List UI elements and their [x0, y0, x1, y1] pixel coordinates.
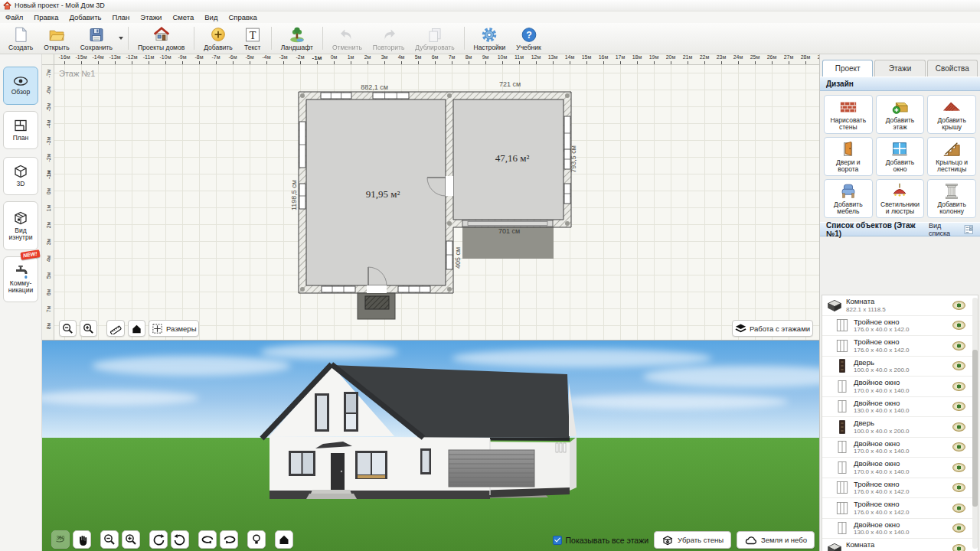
- list-item[interactable]: Тройное окно 176.0 x 40.0 x 142.0: [822, 316, 978, 337]
- visibility-eye-icon[interactable]: [952, 483, 965, 492]
- list-item[interactable]: Тройное окно 176.0 x 40.0 x 142.0: [822, 336, 978, 357]
- add-column-button[interactable]: Добавить колонну: [927, 179, 976, 218]
- orbit-left-button[interactable]: [198, 530, 217, 549]
- landscape-button[interactable]: Ландшафт: [276, 24, 318, 53]
- column-icon: [942, 182, 962, 201]
- visibility-eye-icon[interactable]: [952, 463, 965, 472]
- list-item[interactable]: Двойное окно 130.0 x 40.0 x 140.0: [822, 519, 978, 540]
- sidebar-item-overview[interactable]: Обзор: [3, 67, 38, 105]
- menu-plan[interactable]: План: [106, 11, 135, 23]
- ruler-label: 4м: [393, 54, 410, 64]
- menu-file[interactable]: Файл: [0, 11, 28, 23]
- ruler-label: -5м: [42, 102, 54, 113]
- menu-help[interactable]: Справка: [223, 11, 262, 23]
- garage-door-plan[interactable]: [462, 220, 553, 227]
- menu-estimate[interactable]: Смета: [167, 11, 199, 23]
- list-item[interactable]: Тройное окно 176.0 x 40.0 x 142.0: [822, 478, 978, 499]
- lighting-button[interactable]: [247, 530, 266, 549]
- lights-and-chandeliers-button[interactable]: Светильники и люстры: [876, 179, 925, 218]
- open-button[interactable]: Открыть: [38, 24, 74, 53]
- checkbox-checked-icon[interactable]: [553, 536, 562, 545]
- draw-walls-button[interactable]: Нарисовать стены: [824, 95, 873, 134]
- show-all-floors-checkbox[interactable]: Показывать все этажи: [553, 536, 649, 545]
- new-document-icon: [11, 26, 30, 44]
- house-model[interactable]: [262, 364, 577, 499]
- list-item[interactable]: Комната 822.1 x 1118.5: [822, 295, 978, 316]
- tilt-up-button[interactable]: [149, 530, 168, 549]
- list-item[interactable]: Дверь 100.0 x 40.0 x 200.0: [822, 357, 978, 377]
- viewer-zoom-out-button[interactable]: [100, 530, 119, 549]
- sidebar-item-communications[interactable]: NEW! Комму- никации: [3, 256, 38, 302]
- doors-and-gates-button[interactable]: Двери и ворота: [824, 137, 873, 176]
- viewer-zoom-in-button[interactable]: [122, 530, 140, 549]
- tab-floors[interactable]: Этажи: [874, 60, 925, 77]
- ground-and-sky-button[interactable]: Земля и небо: [737, 531, 815, 549]
- tab-project[interactable]: Проект: [822, 60, 873, 77]
- add-floor-button[interactable]: Добавить этаж: [876, 95, 925, 134]
- work-with-floors-button[interactable]: Работа с этажами: [732, 320, 813, 337]
- visibility-eye-icon[interactable]: [952, 422, 965, 432]
- list-item[interactable]: Дверь 100.0 x 40.0 x 200.0: [822, 417, 978, 438]
- visibility-eye-icon[interactable]: [952, 442, 965, 452]
- ruler-label: 20м: [662, 54, 679, 64]
- view-list-label[interactable]: Вид списка: [929, 222, 961, 237]
- measure-button[interactable]: [106, 320, 125, 337]
- add-roof-button[interactable]: Добавить крышу: [927, 95, 976, 134]
- text-button[interactable]: T Текст: [238, 24, 267, 53]
- list-item[interactable]: Комната 661.0 x 713.5: [822, 539, 978, 551]
- list-item[interactable]: Двойное окно 130.0 x 40.0 x 140.0: [822, 397, 978, 418]
- sidebar-item-plan[interactable]: План: [3, 111, 38, 149]
- visibility-eye-icon[interactable]: [952, 402, 965, 411]
- viewer-home-button[interactable]: [275, 530, 293, 549]
- tilt-down-button[interactable]: [171, 530, 189, 549]
- undo-button[interactable]: Отменить: [327, 24, 368, 53]
- remove-walls-button[interactable]: Убрать стены: [654, 531, 731, 549]
- list-item[interactable]: Двойное окно 170.0 x 40.0 x 140.0: [822, 458, 978, 478]
- plan-zoom-out-button[interactable]: [59, 320, 77, 337]
- list-item[interactable]: Двойное окно 170.0 x 40.0 x 140.0: [822, 438, 978, 458]
- plan-home-button[interactable]: [128, 320, 145, 337]
- objects-scrollbar[interactable]: [972, 298, 978, 549]
- pan-button[interactable]: [73, 530, 91, 549]
- tutorial-button[interactable]: ? Учебник: [511, 24, 547, 53]
- settings-button[interactable]: Настройки: [469, 24, 511, 53]
- visibility-eye-icon[interactable]: [952, 504, 965, 513]
- porch[interactable]: [358, 293, 395, 319]
- save-button[interactable]: Сохранить: [75, 24, 118, 53]
- sidebar-item-3d[interactable]: 3D: [3, 157, 38, 195]
- duplicate-button[interactable]: Дублировать: [410, 24, 459, 53]
- viewer-3d[interactable]: 360: [42, 341, 819, 551]
- add-furniture-button[interactable]: Добавить мебель: [824, 179, 873, 218]
- visibility-eye-icon[interactable]: [952, 301, 965, 310]
- add-button[interactable]: Добавить: [198, 24, 238, 53]
- scrollbar-thumb[interactable]: [972, 350, 978, 507]
- menu-add[interactable]: Добавить: [64, 11, 106, 23]
- sidebar-item-interior-view[interactable]: Вид изнутри: [3, 201, 38, 250]
- save-dropdown-caret[interactable]: [118, 24, 124, 53]
- tab-properties[interactable]: Свойства: [927, 60, 978, 77]
- view-list-icon[interactable]: [964, 224, 974, 235]
- new-button[interactable]: Создать: [3, 24, 38, 53]
- dimensions-button[interactable]: Размеры: [149, 320, 199, 337]
- plan-canvas[interactable]: Этаж №1: [54, 65, 819, 340]
- rotate-360-button[interactable]: 360: [51, 530, 70, 549]
- visibility-eye-icon[interactable]: [952, 361, 965, 370]
- visibility-eye-icon[interactable]: [952, 341, 965, 350]
- list-item[interactable]: Двойное окно 170.0 x 40.0 x 140.0: [822, 377, 978, 397]
- house-projects-button[interactable]: Проекты домов: [132, 24, 190, 53]
- menu-floors[interactable]: Этажи: [135, 11, 167, 23]
- visibility-eye-icon[interactable]: [952, 523, 965, 533]
- floor-plan-view[interactable]: -16м-15м-14м-13м-12м-11м-10м-9м-8м-7м-6м…: [42, 54, 819, 341]
- objects-list: Комната 822.1 x 1118.5 Тройное окно 176.…: [822, 295, 978, 551]
- visibility-eye-icon[interactable]: [952, 544, 965, 551]
- orbit-right-button[interactable]: [220, 530, 238, 549]
- porch-and-stairs-button[interactable]: Крыльцо и лестницы: [927, 137, 976, 176]
- menu-edit[interactable]: Правка: [28, 11, 64, 23]
- visibility-eye-icon[interactable]: [952, 382, 965, 391]
- list-item[interactable]: Тройное окно 176.0 x 40.0 x 142.0: [822, 498, 978, 519]
- visibility-eye-icon[interactable]: [952, 321, 965, 330]
- plan-zoom-in-button[interactable]: [80, 320, 97, 337]
- add-window-button[interactable]: Добавить окно: [876, 137, 925, 176]
- redo-button[interactable]: Повторить: [368, 24, 410, 53]
- menu-view[interactable]: Вид: [199, 11, 223, 23]
